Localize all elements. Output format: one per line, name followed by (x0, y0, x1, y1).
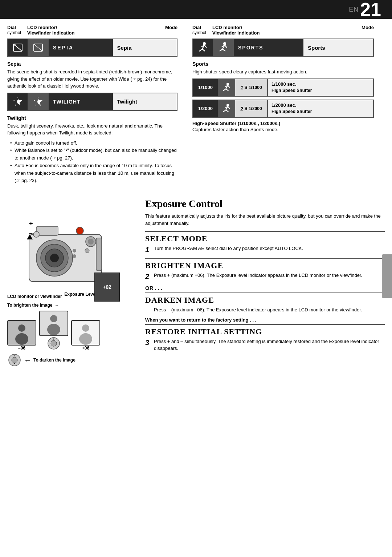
speed-2000-mid: 2 S 1/2000 (235, 100, 268, 117)
twilight-lcd-svg (32, 95, 45, 108)
step3-header: Darken Image (145, 295, 385, 305)
svg-line-4 (34, 44, 42, 51)
svg-point-56 (82, 324, 89, 332)
thumb-dark-svg (8, 321, 36, 345)
svg-text:+: + (53, 338, 55, 341)
svg-point-50 (47, 324, 60, 335)
svg-rect-36 (36, 226, 58, 235)
en-label: EN (349, 6, 359, 13)
sports-lcd-icon (213, 39, 234, 56)
step2-text: Press + (maximum +06). The Exposure leve… (154, 272, 385, 279)
sports-lcd-svg (217, 41, 230, 54)
twilight-dial-svg (11, 95, 24, 108)
step2-section: Brighten Image 2 Press + (maximum +06). … (145, 258, 385, 281)
brighten-label: To brighten the image → (7, 303, 123, 308)
speed-2000-num: 1/2000 (193, 100, 219, 117)
indicator-value: +02 (103, 284, 111, 290)
sepia-lcd-icon (28, 39, 49, 56)
svg-line-15 (220, 49, 222, 51)
twilight-bullet1: Auto gain control is turned off. (11, 140, 177, 147)
step4-row: 3 Press + and – simultaneously. The stan… (145, 338, 385, 352)
thumb-bright-container: +06 (71, 320, 100, 351)
svg-point-35 (50, 254, 59, 262)
darken-label: To darken the image (33, 358, 75, 363)
sports-dial-svg (196, 41, 209, 54)
speed-2000-desc: 1/2000 sec. High Speed Shutter (268, 100, 373, 117)
page-number: 21 (360, 0, 381, 19)
left-col-headers: Dial symbol LCD monitor/ Viewfinder indi… (7, 25, 177, 36)
sports-label: Sports (303, 39, 373, 56)
twilight-tag: TWILIGHT (49, 93, 113, 110)
exposure-control-section: Exposure Control This feature automatica… (138, 192, 392, 373)
lcd-header-left: LCD monitor/ Viewfinder indication (27, 25, 148, 36)
speed-2000-row: 1/2000 2 S 1/2000 1/2000 sec. High Speed… (192, 100, 374, 118)
svg-line-9 (199, 49, 202, 51)
twilight-lcd-icon (28, 93, 49, 110)
svg-point-43 (73, 249, 76, 253)
thumb-mid-container: + − (39, 311, 68, 351)
step1-text: Turn the PROGRAM AE select dial to any p… (154, 245, 385, 252)
lcd-indicator-box: +02 (94, 273, 120, 302)
mode-header-left: Mode (148, 25, 177, 36)
step1-section: Select Mode 1 Turn the PROGRAM AE select… (145, 231, 385, 254)
speed-2000-svg (221, 103, 232, 114)
thumb-bright (71, 320, 100, 346)
thumb-dark-container: –06 (7, 320, 36, 351)
twilight-bullet3: Auto Focus becomes available only in the… (11, 162, 177, 185)
main-two-col: Dial symbol LCD monitor/ Viewfinder indi… (0, 19, 392, 192)
step2-num: 2 (145, 272, 154, 281)
step2-row: 2 Press + (maximum +06). The Exposure le… (145, 272, 385, 281)
svg-point-19 (226, 82, 229, 85)
svg-line-22 (226, 89, 228, 90)
exposure-title: Exposure Control (145, 198, 385, 210)
step2-header: Brighten Image (145, 261, 385, 270)
step1-header: Select Mode (145, 234, 385, 243)
thumb-bright-svg (72, 321, 99, 345)
svg-line-11 (204, 45, 207, 48)
darken-row: + − ← To darken the image (7, 353, 123, 367)
right-col-headers: Dial symbol LCD monitor/ Viewfinder indi… (192, 25, 374, 36)
right-column: Dial symbol LCD monitor/ Viewfinder indi… (185, 19, 381, 192)
speed-1000-icon (219, 79, 235, 96)
svg-point-42 (76, 227, 83, 234)
dial-svg: + − (46, 336, 61, 351)
dial-header-right: Dial symbol (192, 25, 212, 36)
svg-rect-2 (13, 44, 16, 46)
sepia-ref: ☞ (132, 77, 136, 82)
exposure-desc: This feature automatically adjusts the i… (145, 213, 385, 227)
thumb-mid (39, 311, 68, 336)
svg-line-16 (222, 49, 225, 51)
svg-point-7 (203, 42, 206, 45)
svg-text:+: + (14, 354, 16, 358)
svg-point-39 (85, 249, 89, 253)
svg-point-57 (79, 333, 92, 345)
sepia-label: Sepia (113, 39, 177, 56)
step3-section: Darken Image Press – (maximum –06). The … (145, 292, 385, 314)
sepia-title: Sepia (7, 61, 177, 67)
speed-1000-row: 1/1000 1 S 1/1000 1/1000 sec. High Speed… (192, 78, 374, 97)
svg-line-28 (226, 110, 228, 112)
twilight-bullet2: White Balance is set to "•" (outdoor mod… (11, 147, 177, 162)
svg-line-29 (228, 106, 230, 108)
speed-2000-icon (219, 100, 235, 117)
thumbnail-row: –06 (7, 311, 123, 351)
step4-text: Press + and – simultaneously. The standa… (154, 338, 385, 352)
sepia-tag: SEPIA (49, 39, 113, 56)
speed-1000-num: 1/1000 (193, 79, 219, 96)
twilight-label: Twilight (113, 93, 177, 110)
thumb-bright-label: +06 (82, 346, 89, 351)
svg-point-46 (18, 324, 25, 332)
bottom-dial-svg: + − (7, 353, 22, 367)
left-column: Dial symbol LCD monitor/ Viewfinder indi… (0, 19, 185, 192)
when-text: When you want to return to the factory s… (145, 317, 385, 323)
twilight-dial-icon (8, 93, 28, 110)
sepia-dial-svg (12, 42, 24, 53)
sports-mode-row: SPORTS Sports (192, 39, 374, 57)
sports-title: Sports (192, 61, 374, 67)
diagram-container: + – (7, 220, 123, 367)
bottom-area: + – (0, 192, 392, 373)
sports-dial-icon (193, 39, 213, 56)
svg-line-23 (228, 85, 230, 87)
dial-header-left: Dial symbol (7, 25, 27, 36)
sepia-dial-icon (8, 39, 28, 56)
